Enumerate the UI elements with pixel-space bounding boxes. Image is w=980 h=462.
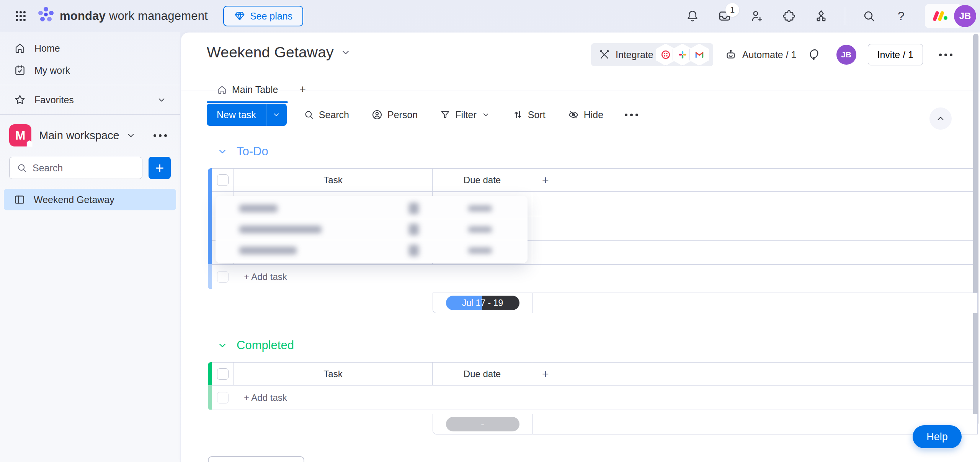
sidebar-item-home[interactable]: Home bbox=[4, 37, 176, 59]
chevron-down-icon[interactable] bbox=[340, 47, 351, 58]
row-checkbox[interactable] bbox=[217, 392, 229, 403]
vertical-scrollbar[interactable] bbox=[973, 34, 978, 426]
blurred-tasks-preview bbox=[216, 196, 528, 263]
apps-grid-icon[interactable] bbox=[10, 5, 31, 27]
workspace-name: Main workspace bbox=[39, 129, 119, 142]
search-tool[interactable]: Search bbox=[298, 105, 354, 125]
monday-logo[interactable]: monday work management bbox=[37, 6, 208, 26]
product-switcher-icon[interactable] bbox=[813, 8, 830, 24]
integrate-button[interactable]: Integrate bbox=[591, 43, 713, 66]
add-board-button[interactable]: + bbox=[149, 157, 171, 179]
group-title-completed[interactable]: Completed bbox=[217, 338, 294, 352]
row-checkbox[interactable] bbox=[217, 271, 229, 283]
see-plans-button[interactable]: See plans bbox=[223, 6, 303, 26]
person-filter-tool[interactable]: Person bbox=[366, 104, 423, 125]
add-task-row[interactable]: + Add task bbox=[212, 386, 977, 410]
empty-summary-cell bbox=[532, 414, 978, 434]
add-task-row[interactable]: + Add task bbox=[212, 265, 977, 289]
hide-tool[interactable]: Hide bbox=[562, 104, 609, 125]
view-tabs: Main Table + bbox=[207, 78, 317, 102]
sidebar-item-label: Home bbox=[34, 43, 60, 54]
group-title-todo[interactable]: To-Do bbox=[217, 145, 268, 158]
sidebar-search[interactable] bbox=[9, 157, 142, 179]
workspace-header[interactable]: M 🏠︎ Main workspace bbox=[4, 122, 176, 149]
integrate-label: Integrate bbox=[616, 49, 653, 60]
task-column-header[interactable]: Task bbox=[234, 363, 433, 385]
invite-button[interactable]: Invite / 1 bbox=[868, 44, 923, 65]
select-all-checkbox[interactable] bbox=[217, 368, 229, 380]
table-header-row: Task Due date + bbox=[212, 363, 977, 386]
new-task-button[interactable]: New task bbox=[207, 104, 287, 126]
board-panel: Weekend Getaway Integrate Automate / 1 bbox=[181, 33, 980, 462]
chevron-down-icon bbox=[126, 130, 136, 141]
blurred-row[interactable] bbox=[216, 219, 528, 240]
eye-off-icon bbox=[568, 109, 579, 120]
help-question-icon[interactable]: ? bbox=[893, 8, 910, 24]
table-rows: Task Due date + + Add task bbox=[212, 362, 977, 410]
add-new-group-button[interactable] bbox=[208, 456, 304, 462]
star-icon bbox=[14, 94, 26, 106]
filter-tool[interactable]: Filter bbox=[434, 105, 496, 125]
empty-summary-cell bbox=[532, 293, 978, 313]
sidebar-item-favorites[interactable]: Favorites bbox=[4, 89, 176, 111]
inbox-badge: 1 bbox=[725, 3, 739, 17]
calendar-check-icon bbox=[14, 64, 26, 76]
select-all-checkbox[interactable] bbox=[217, 174, 229, 186]
workspace-initial: M bbox=[15, 129, 26, 143]
add-task-button[interactable]: + Add task bbox=[234, 386, 977, 410]
board-chat-icon[interactable] bbox=[808, 46, 825, 63]
task-column-header[interactable]: Task bbox=[234, 169, 433, 191]
sort-tool[interactable]: Sort bbox=[507, 105, 551, 125]
chevron-down-icon[interactable] bbox=[217, 146, 228, 157]
notifications-bell-icon[interactable] bbox=[684, 8, 701, 24]
workspace-avatar: M 🏠︎ bbox=[9, 124, 31, 146]
automate-button[interactable]: Automate / 1 bbox=[725, 49, 797, 61]
table-header-row: Task Due date + bbox=[212, 169, 977, 192]
inbox-icon[interactable]: 1 bbox=[716, 8, 733, 24]
search-icon bbox=[304, 109, 314, 120]
user-avatar[interactable]: JB bbox=[954, 5, 976, 27]
board-options-icon[interactable] bbox=[934, 49, 957, 61]
global-search-icon[interactable] bbox=[861, 8, 877, 24]
empty-summary-pill[interactable]: - bbox=[446, 417, 519, 431]
help-button[interactable]: Help bbox=[913, 425, 962, 448]
person-icon bbox=[371, 109, 383, 120]
row-select-cell bbox=[212, 265, 234, 289]
board-header-actions: Integrate Automate / 1 JB Invite / 1 bbox=[591, 43, 957, 66]
apps-marketplace-icon[interactable] bbox=[781, 8, 797, 24]
timeline-summary-pill[interactable]: Jul 17 - 19 bbox=[446, 296, 519, 310]
add-task-button[interactable]: + Add task bbox=[234, 265, 977, 289]
due-date-column-header[interactable]: Due date bbox=[433, 363, 532, 385]
group-table-completed: Task Due date + + Add task bbox=[208, 362, 977, 410]
board-owner-avatar[interactable]: JB bbox=[836, 45, 856, 65]
search-icon bbox=[16, 163, 27, 173]
chevron-down-icon bbox=[272, 110, 281, 119]
board-title[interactable]: Weekend Getaway bbox=[207, 44, 334, 61]
add-column-button[interactable]: + bbox=[532, 169, 977, 191]
sidebar-item-my-work[interactable]: My work bbox=[4, 60, 176, 81]
workspace-home-icon: 🏠︎ bbox=[25, 138, 34, 149]
sidebar-search-input[interactable] bbox=[33, 163, 109, 174]
blurred-row[interactable] bbox=[216, 240, 528, 261]
workspace-options-icon[interactable] bbox=[150, 130, 171, 141]
home-icon bbox=[217, 85, 227, 95]
topbar-divider bbox=[845, 7, 845, 25]
invite-members-icon[interactable] bbox=[748, 8, 765, 24]
sidebar-divider bbox=[0, 85, 180, 85]
new-task-dropdown[interactable] bbox=[266, 104, 287, 126]
due-date-summary-cell: Jul 17 - 19 bbox=[433, 293, 532, 313]
topbar-left: monday work management See plans bbox=[0, 5, 303, 27]
sidebar: Home My work Favorites M 🏠︎ Main workspa… bbox=[0, 32, 180, 462]
chevron-down-icon[interactable] bbox=[481, 110, 490, 119]
blurred-row[interactable] bbox=[216, 198, 528, 219]
due-date-column-header[interactable]: Due date bbox=[433, 169, 532, 191]
collapse-header-button[interactable] bbox=[929, 107, 952, 130]
add-column-button[interactable]: + bbox=[532, 363, 977, 385]
chevron-down-icon[interactable] bbox=[217, 340, 228, 351]
toolbar-options-icon[interactable] bbox=[620, 109, 643, 121]
add-view-tab[interactable]: + bbox=[288, 78, 317, 102]
topbar: monday work management See plans 1 ? bbox=[0, 0, 980, 32]
row-select-cell bbox=[212, 386, 234, 410]
sidebar-item-board[interactable]: Weekend Getaway bbox=[4, 189, 176, 210]
sidebar-item-label: Favorites bbox=[34, 94, 74, 106]
